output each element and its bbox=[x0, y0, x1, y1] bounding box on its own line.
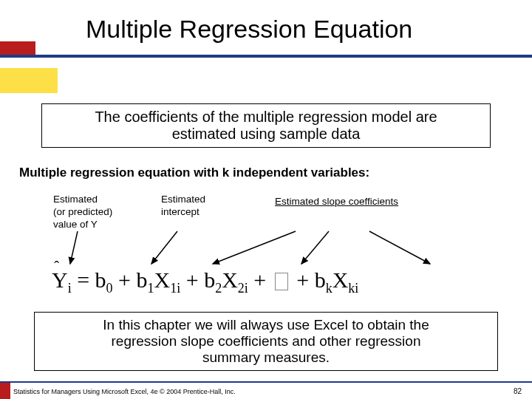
accent-red-block bbox=[0, 41, 35, 55]
accent-blue-line bbox=[0, 55, 532, 58]
page-title: Multiple Regression Equation bbox=[86, 15, 412, 44]
note-line1: In this chapter we will always use Excel… bbox=[103, 317, 429, 332]
regression-equation: ˆYi = b0 + b1X1i + b2X2i + + bkXki bbox=[52, 267, 358, 296]
intro-line1: The coefficients of the multiple regress… bbox=[95, 109, 437, 125]
note-line2: regression slope coefficients and other … bbox=[112, 333, 421, 349]
label-estimated-y: Estimated (or predicted) value of Y bbox=[53, 194, 134, 231]
svg-line-1 bbox=[151, 231, 177, 264]
annotation-arrows bbox=[0, 225, 532, 270]
footer-text: Statistics for Managers Using Microsoft … bbox=[13, 388, 236, 395]
label-slope-coeffs: Estimated slope coefficients bbox=[275, 196, 430, 208]
subheading: Multiple regression equation with k inde… bbox=[13, 163, 375, 183]
intro-line2: estimated using sample data bbox=[172, 126, 361, 142]
ellipsis-placeholder bbox=[275, 273, 288, 290]
header: Multiple Regression Equation bbox=[0, 0, 532, 70]
hat-symbol: ˆ bbox=[54, 257, 59, 276]
note-box: In this chapter we will always use Excel… bbox=[34, 312, 498, 371]
svg-line-0 bbox=[70, 231, 78, 264]
footer-line bbox=[0, 381, 532, 383]
accent-yellow-block bbox=[0, 68, 58, 93]
footer-red-block bbox=[0, 383, 10, 399]
page-number: 82 bbox=[514, 387, 522, 395]
svg-line-2 bbox=[213, 231, 296, 264]
svg-line-4 bbox=[369, 231, 430, 264]
label-intercept: Estimated intercept bbox=[161, 194, 220, 219]
svg-line-3 bbox=[301, 231, 329, 264]
note-line3: summary measures. bbox=[202, 349, 330, 365]
intro-box: The coefficients of the multiple regress… bbox=[41, 103, 491, 148]
